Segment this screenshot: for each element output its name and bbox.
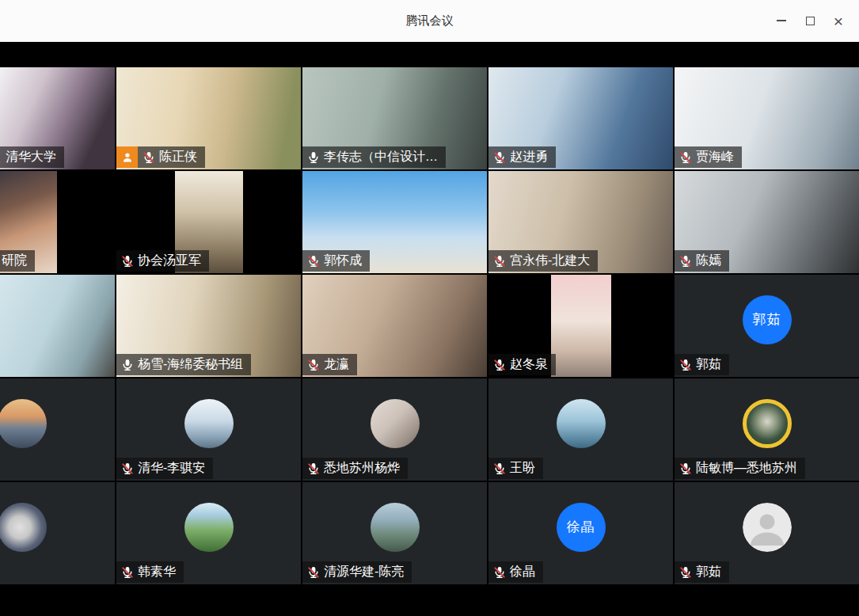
participant-name: 悉地苏州杨烨 (324, 460, 400, 477)
name-label: 郭怀成 (302, 250, 370, 272)
mic-muted-icon (679, 255, 692, 268)
minimize-button[interactable] (767, 0, 796, 41)
name-label: 悉地苏州杨烨 (302, 458, 408, 479)
participant-name: 徐晶 (510, 564, 535, 580)
name-label: 陈嫣 (675, 250, 729, 272)
mic-muted-icon (493, 151, 506, 164)
label-background: 清华大学 (0, 146, 64, 168)
mic-muted-icon (0, 151, 2, 164)
participant-grid: 清华大学 陈正侠 (0, 67, 859, 584)
participant-tile[interactable]: 王盼 (488, 378, 673, 481)
participant-tile[interactable]: 陆敏博—悉地苏州 (675, 378, 859, 481)
participant-tile[interactable]: 悉地苏州杨烨 (302, 378, 487, 481)
participant-tile[interactable]: 贾海峰 (675, 67, 859, 169)
label-background: 宫永伟-北建大 (488, 250, 598, 272)
participant-name: 陆敏博—悉地苏州 (696, 460, 797, 477)
participant-tile[interactable]: 协会汤亚军 (116, 171, 301, 273)
name-label: 杨雪-海绵委秘书组 (116, 354, 251, 375)
minimize-icon (777, 20, 786, 21)
avatar-photo (371, 399, 420, 448)
participant-name: 郭茹 (696, 564, 721, 580)
label-background: 陈正侠 (138, 146, 205, 168)
label-background: 陈嫣 (675, 250, 729, 272)
participant-tile[interactable]: 陈嫣 (675, 171, 859, 273)
name-label: 贾海峰 (675, 146, 742, 168)
participant-tile[interactable]: 郭怀成 (302, 171, 487, 273)
participant-name: 协会汤亚军 (138, 253, 201, 269)
participant-tile[interactable]: 研院 (0, 171, 115, 273)
name-label: 韩素华 (116, 561, 184, 583)
label-background: 杨雪-海绵委秘书组 (116, 354, 251, 375)
name-label: 徐晶 (488, 561, 543, 583)
label-background: 韩素华 (116, 561, 184, 583)
participant-tile[interactable] (0, 378, 115, 481)
avatar-photo (0, 503, 47, 552)
name-label: 龙瀛 (302, 354, 357, 375)
participant-tile[interactable]: 韩素华 (116, 482, 301, 584)
close-button[interactable]: × (824, 0, 853, 41)
participant-tile[interactable]: 杨雪-海绵委秘书组 (116, 275, 301, 377)
participant-tile[interactable] (0, 482, 115, 584)
maximize-icon (806, 17, 815, 25)
label-background: 研院 (0, 250, 35, 272)
participant-tile[interactable]: 赵冬泉 (488, 275, 673, 377)
avatar-photo (184, 503, 234, 552)
participant-tile[interactable]: 清华大学 (0, 67, 115, 169)
mic-live-icon (307, 151, 320, 164)
participant-name: 赵冬泉 (510, 356, 548, 373)
maximize-button[interactable] (796, 0, 824, 41)
name-label: 清源华建-陈亮 (302, 561, 412, 583)
label-background: 李传志（中信设计… (302, 146, 446, 168)
name-label: 王盼 (488, 458, 543, 479)
avatar-initials: 郭茹 (743, 295, 792, 344)
participant-tile[interactable]: 赵进勇 (488, 67, 673, 169)
mic-muted-icon (121, 566, 134, 579)
participant-tile[interactable]: 清华-李骐安 (116, 378, 301, 481)
titlebar: 腾讯会议 × (0, 0, 859, 42)
label-background: 赵进勇 (488, 146, 556, 168)
name-label: 陈正侠 (116, 146, 205, 168)
participant-name: 郭怀成 (324, 253, 362, 269)
participant-name: 杨雪-海绵委秘书组 (138, 356, 243, 373)
label-background: 郭茹 (675, 561, 729, 583)
participant-tile[interactable]: 李传志（中信设计… (302, 67, 487, 169)
avatar-silhouette-icon (743, 503, 792, 552)
participant-name: 宫永伟-北建大 (510, 253, 590, 269)
participant-name: 研院 (2, 253, 27, 269)
name-label: 陆敏博—悉地苏州 (675, 458, 805, 479)
name-label: 郭茹 (675, 354, 729, 375)
avatar-photo (371, 503, 420, 552)
label-background: 郭茹 (675, 354, 729, 375)
participant-name: 清源华建-陈亮 (324, 564, 404, 580)
host-badge-icon (116, 146, 138, 168)
participant-tile[interactable]: 郭茹 郭茹 (675, 275, 859, 377)
close-icon: × (834, 13, 843, 29)
participant-name: 郭茹 (696, 356, 721, 373)
participant-tile[interactable]: 宫永伟-北建大 (488, 171, 673, 273)
label-background: 徐晶 (488, 561, 543, 583)
name-label: 研院 (0, 250, 35, 272)
name-label: 赵进勇 (488, 146, 556, 168)
mic-muted-icon (121, 462, 134, 475)
mic-muted-icon (493, 359, 506, 371)
avatar-photo (557, 399, 606, 448)
name-label: 清华-李骐安 (116, 458, 213, 479)
name-label: 赵冬泉 (488, 354, 556, 375)
participant-name: 李传志（中信设计… (324, 149, 438, 165)
participant-name: 韩素华 (138, 564, 176, 580)
participant-tile[interactable]: 郭茹 (675, 482, 859, 584)
participant-tile[interactable]: 清源华建-陈亮 (302, 482, 487, 584)
label-background: 龙瀛 (302, 354, 357, 375)
participant-tile[interactable]: 陈正侠 (116, 67, 301, 169)
mic-live-icon (121, 359, 134, 371)
mic-muted-icon (143, 151, 155, 164)
meeting-window: 腾讯会议 × 清华大学 (0, 0, 859, 616)
name-label: 协会汤亚军 (116, 250, 209, 272)
participant-name: 龙瀛 (324, 356, 349, 373)
participant-tile[interactable]: 徐晶 徐晶 (488, 482, 673, 584)
participant-tile[interactable] (0, 275, 115, 377)
label-background: 郭怀成 (302, 250, 370, 272)
mic-muted-icon (679, 359, 692, 371)
name-label: 李传志（中信设计… (302, 146, 446, 168)
participant-tile[interactable]: 龙瀛 (302, 275, 487, 377)
